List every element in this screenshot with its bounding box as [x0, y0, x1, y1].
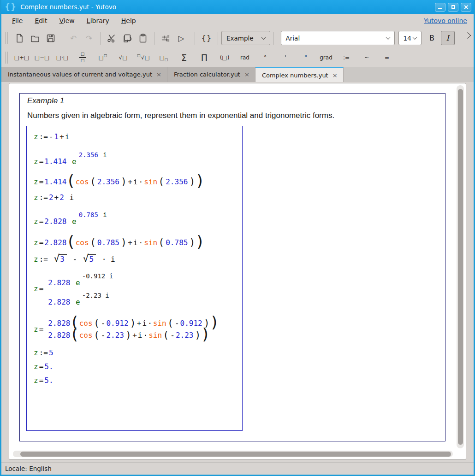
- math-toolbar-times-button[interactable]: □·□: [54, 51, 70, 65]
- math-toolbar-rad-button[interactable]: rad: [237, 51, 253, 65]
- horizontal-scrollbar-thumb[interactable]: [20, 452, 451, 457]
- math-line[interactable]: z:= √3 - √5 · i: [33, 253, 242, 264]
- menu-library[interactable]: Library: [81, 15, 115, 26]
- open-file-button[interactable]: [27, 30, 43, 46]
- math-line[interactable]: z=1.414(cos(2.356)+i·sin(2.356)): [33, 176, 242, 187]
- toolbar-drag-handle[interactable]: [5, 32, 8, 44]
- worksheet-page[interactable]: Example 1 Numbers given in algebraic for…: [19, 93, 445, 441]
- redo-icon: ↷: [86, 34, 92, 43]
- example-heading: Example 1: [27, 96, 445, 106]
- toolbar-drag-handle[interactable]: [5, 52, 8, 64]
- math-line[interactable]: z=5.: [33, 361, 242, 372]
- menu-edit[interactable]: Edit: [29, 15, 53, 26]
- maximize-button[interactable]: [448, 3, 458, 12]
- math-toolbar-power-button[interactable]: □□: [95, 51, 111, 65]
- task-description: Numbers given in algebraic form, represe…: [27, 111, 445, 120]
- math-line[interactable]: z=2.828(cos(-0.912)+i·sin(-0.912))2.828(…: [33, 317, 242, 341]
- tab-complex-numbers-yut[interactable]: Complex numbers.yut×: [255, 67, 344, 82]
- tab-label: Complex numbers.yut: [262, 72, 328, 79]
- horizontal-scrollbar[interactable]: [13, 451, 453, 457]
- new-file-button[interactable]: [12, 30, 27, 46]
- toolbar-separator: [193, 32, 195, 45]
- tab-close-icon[interactable]: ×: [156, 71, 161, 78]
- example-dropdown[interactable]: Example: [221, 31, 270, 45]
- tab-bar: Instantaneous values of current and volt…: [1, 67, 474, 82]
- save-button[interactable]: [43, 30, 59, 46]
- tab-close-icon[interactable]: ×: [332, 72, 338, 79]
- settings-button[interactable]: [158, 30, 173, 46]
- math-line[interactable]: z=2.828 e0.785 i: [33, 206, 242, 227]
- math-toolbar-degree-button[interactable]: °: [257, 51, 273, 65]
- braces-icon: {}: [202, 34, 212, 42]
- math-line[interactable]: z=2.828(cos(0.785)+i·sin(0.785)): [33, 237, 242, 248]
- copy-icon: [122, 33, 132, 43]
- example-dropdown-label: Example: [226, 35, 254, 42]
- chevron-down-icon: [261, 35, 266, 40]
- undo-icon: ↶: [70, 34, 77, 43]
- math-toolbar-second-button[interactable]: ": [298, 51, 314, 65]
- font-size-combobox[interactable]: 14: [398, 31, 422, 45]
- tab-label: Fraction calculator.yut: [174, 71, 240, 78]
- copy-button[interactable]: [119, 30, 135, 46]
- cut-icon: [107, 33, 117, 43]
- tab-instantaneous-values-of-current-and-voltage-yut[interactable]: Instantaneous values of current and volt…: [1, 67, 167, 82]
- new-file-icon: [14, 33, 24, 43]
- math-toolbar-minus-button[interactable]: □−□: [34, 51, 50, 65]
- math-toolbar-parens-button[interactable]: (□): [217, 51, 232, 65]
- math-line[interactable]: z:=5: [33, 347, 242, 358]
- menu-file[interactable]: File: [6, 15, 29, 26]
- math-line[interactable]: z=2.828 e-0.912 i2.828 e-2.23 i: [33, 269, 242, 308]
- chevron-down-icon: [412, 35, 417, 40]
- toolbar-separator: [154, 32, 154, 45]
- menu-view[interactable]: View: [53, 15, 81, 26]
- superscript: -2.23 i: [82, 292, 109, 299]
- minimize-icon: [438, 8, 442, 9]
- tab-close-icon[interactable]: ×: [244, 71, 249, 78]
- superscript: -0.912 i: [82, 272, 113, 280]
- font-family-combobox[interactable]: Arial: [281, 31, 395, 45]
- font-size-value: 14: [404, 35, 413, 42]
- braces-button[interactable]: {}: [199, 30, 214, 46]
- run-button[interactable]: ▷: [173, 30, 189, 46]
- math-toolbar-product-button[interactable]: Π: [196, 51, 212, 65]
- math-line[interactable]: z:=-1+i: [33, 131, 242, 142]
- bold-button[interactable]: B: [425, 31, 439, 45]
- yutovo-online-link[interactable]: Yutovo online: [424, 17, 467, 24]
- math-line[interactable]: z=5.: [33, 375, 242, 386]
- italic-button[interactable]: I: [441, 31, 455, 45]
- superscript: 0.785 i: [78, 211, 107, 218]
- math-toolbar-nthroot-button[interactable]: □√□: [136, 51, 151, 65]
- close-button[interactable]: ×: [461, 3, 471, 12]
- toolbar-separator: [273, 32, 274, 45]
- vertical-scrollbar[interactable]: [457, 85, 464, 448]
- math-toolbar-equals-button[interactable]: =: [379, 51, 395, 65]
- font-family-value: Arial: [286, 35, 386, 42]
- cut-button[interactable]: [104, 30, 119, 46]
- math-toolbar-grad-button[interactable]: grad: [318, 51, 334, 65]
- math-line[interactable]: z:=2+2 i: [33, 192, 242, 203]
- save-icon: [46, 33, 56, 43]
- toolbar-separator: [62, 32, 62, 45]
- math-toolbar-sqrt-button[interactable]: √□: [115, 51, 131, 65]
- math-toolbar-fraction-button[interactable]: □□: [75, 51, 90, 65]
- math-toolbar-minute-button[interactable]: ': [278, 51, 293, 65]
- open-folder-icon: [30, 33, 40, 43]
- tab-fraction-calculator-yut[interactable]: Fraction calculator.yut×: [167, 67, 255, 82]
- math-toolbar-tilde-button[interactable]: ~: [359, 51, 374, 65]
- redo-button[interactable]: ↷: [81, 30, 97, 46]
- math-toolbar-subscript-button[interactable]: □□: [156, 51, 172, 65]
- math-toolbar-assign-button[interactable]: :=: [338, 51, 354, 65]
- menubar: FileEditViewLibraryHelp Yutovo online: [1, 14, 474, 28]
- paste-icon: [138, 33, 148, 43]
- titlebar[interactable]: {} Complex numbers.yut - Yutovo ×: [0, 0, 475, 14]
- math-region[interactable]: z:=-1+iz=1.414 e2.356 iz=1.414(cos(2.356…: [26, 126, 243, 431]
- math-toolbar-sum-button[interactable]: Σ: [176, 51, 192, 65]
- menu-help[interactable]: Help: [115, 15, 142, 26]
- undo-button[interactable]: ↶: [65, 30, 81, 46]
- vertical-scrollbar-thumb[interactable]: [458, 89, 463, 445]
- paste-button[interactable]: [135, 30, 151, 46]
- math-line[interactable]: z=1.414 e2.356 i: [33, 147, 242, 167]
- sqrt-expression: √5: [83, 254, 96, 264]
- math-toolbar-plus-button[interactable]: □+□: [14, 51, 30, 65]
- minimize-button[interactable]: [435, 3, 445, 12]
